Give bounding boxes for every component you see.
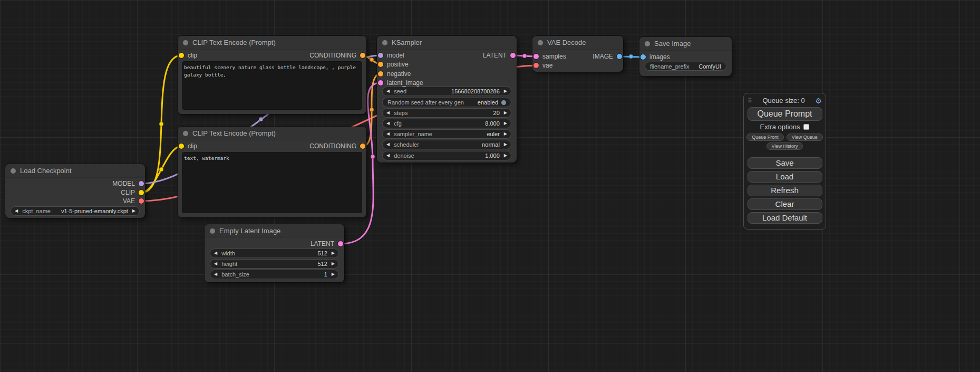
collapse-dot-icon[interactable] [210, 228, 215, 234]
conditioning-port-icon[interactable] [360, 144, 365, 149]
ckpt-name-widget[interactable]: ◀ ckpt_name v1-5-pruned-emaonly.ckpt ▶ [11, 206, 140, 216]
increment-icon[interactable]: ▶ [504, 111, 507, 115]
decrement-icon[interactable]: ◀ [214, 272, 217, 276]
increment-icon[interactable]: ▶ [504, 121, 507, 126]
output-conditioning[interactable]: CONDITIONING [309, 142, 365, 150]
node-graph-canvas[interactable]: Load Checkpoint MODEL CLIP VAE ◀ ckpt_na… [0, 0, 980, 372]
save-button[interactable]: Save [748, 157, 822, 169]
view-history-button[interactable]: View History [766, 142, 803, 150]
latent-port-icon[interactable] [510, 53, 516, 58]
output-clip[interactable]: CLIP [121, 188, 144, 197]
height-widget[interactable]: ◀ height 512 ▶ [210, 259, 339, 269]
node-title-bar[interactable]: Empty Latent Image [205, 224, 344, 238]
output-image[interactable]: IMAGE [593, 52, 622, 61]
increment-icon[interactable]: ▶ [504, 142, 507, 147]
decrement-icon[interactable]: ◀ [214, 262, 217, 266]
decrement-icon[interactable]: ◀ [386, 121, 390, 126]
node-title-bar[interactable]: Save Image [639, 37, 732, 51]
increment-icon[interactable]: ▶ [132, 209, 135, 213]
negative-prompt-input[interactable]: text, watermark [182, 152, 362, 213]
node-title-bar[interactable]: CLIP Text Encode (Prompt) [178, 127, 366, 140]
node-ksampler[interactable]: KSampler model positive negative latent_… [377, 36, 517, 163]
conditioning-port-icon[interactable] [378, 62, 383, 67]
decrement-icon[interactable]: ◀ [386, 142, 390, 147]
increment-icon[interactable]: ▶ [332, 251, 335, 255]
queue-front-button[interactable]: Queue Front [746, 133, 784, 141]
node-clip-text-encode-positive[interactable]: CLIP Text Encode (Prompt) clip CONDITION… [178, 36, 366, 114]
output-latent[interactable]: LATENT [483, 51, 516, 60]
refresh-button[interactable]: Refresh [748, 185, 822, 196]
node-title-bar[interactable]: Load Checkpoint [5, 164, 145, 178]
input-latent-image[interactable]: latent_image [378, 79, 423, 87]
input-positive[interactable]: positive [378, 60, 409, 69]
clip-port-icon[interactable] [179, 53, 184, 58]
node-title-bar[interactable]: KSampler [377, 36, 517, 50]
increment-icon[interactable]: ▶ [332, 262, 335, 266]
clip-port-icon[interactable] [179, 144, 184, 149]
load-default-button[interactable]: Load Default [748, 212, 822, 224]
node-empty-latent-image[interactable]: Empty Latent Image LATENT ◀ width 512 ▶ … [205, 224, 344, 282]
input-model[interactable]: model [378, 51, 404, 60]
latent-port-icon[interactable] [378, 80, 383, 85]
increment-icon[interactable]: ▶ [504, 89, 507, 93]
filename-prefix-widget[interactable]: filename_prefix ComfyUI [645, 62, 726, 71]
random-seed-widget[interactable]: Random seed after every gen enabled [382, 98, 511, 107]
vae-port-icon[interactable] [533, 63, 539, 68]
seed-widget[interactable]: ◀ seed 156680208700286 ▶ [382, 87, 511, 96]
settings-gear-icon[interactable]: ⚙ [815, 97, 822, 105]
model-port-icon[interactable] [378, 53, 383, 58]
queue-prompt-button[interactable]: Queue Prompt [748, 107, 822, 121]
conditioning-port-icon[interactable] [378, 71, 383, 77]
increment-icon[interactable]: ▶ [504, 154, 507, 158]
node-title-bar[interactable]: VAE Decode [532, 36, 623, 50]
scheduler-widget[interactable]: ◀ scheduler normal ▶ [382, 140, 511, 149]
decrement-icon[interactable]: ◀ [15, 209, 18, 213]
decrement-icon[interactable]: ◀ [386, 132, 390, 136]
collapse-dot-icon[interactable] [183, 40, 188, 45]
model-port-icon[interactable] [139, 181, 144, 186]
input-samples[interactable]: samples [533, 52, 566, 61]
drag-handle-icon[interactable]: ⠿ [748, 97, 752, 104]
collapse-dot-icon[interactable] [183, 131, 188, 136]
node-vae-decode[interactable]: VAE Decode samples vae IMAGE [532, 36, 623, 72]
output-latent[interactable]: LATENT [311, 240, 343, 248]
positive-prompt-input[interactable]: beautiful scenery nature glass bottle la… [182, 61, 362, 110]
input-clip[interactable]: clip [179, 142, 197, 150]
clear-button[interactable]: Clear [748, 198, 822, 210]
denoise-widget[interactable]: ◀ denoise 1.000 ▶ [382, 151, 511, 160]
vae-port-icon[interactable] [139, 198, 144, 204]
decrement-icon[interactable]: ◀ [386, 154, 390, 158]
randomize-toggle-icon[interactable] [501, 100, 506, 105]
collapse-dot-icon[interactable] [645, 41, 650, 46]
input-vae[interactable]: vae [533, 61, 552, 70]
image-port-icon[interactable] [641, 54, 646, 60]
output-vae[interactable]: VAE [123, 197, 144, 205]
latent-port-icon[interactable] [338, 241, 343, 246]
decrement-icon[interactable]: ◀ [386, 111, 390, 115]
node-save-image[interactable]: Save Image images filename_prefix ComfyU… [639, 37, 732, 76]
node-clip-text-encode-negative[interactable]: CLIP Text Encode (Prompt) clip CONDITION… [178, 127, 366, 217]
load-button[interactable]: Load [748, 171, 822, 183]
collapse-dot-icon[interactable] [538, 40, 543, 45]
input-images[interactable]: images [641, 53, 670, 61]
conditioning-port-icon[interactable] [360, 53, 365, 58]
decrement-icon[interactable]: ◀ [386, 89, 390, 93]
collapse-dot-icon[interactable] [382, 40, 387, 45]
collapse-dot-icon[interactable] [11, 168, 16, 174]
node-load-checkpoint[interactable]: Load Checkpoint MODEL CLIP VAE ◀ ckpt_na… [5, 164, 145, 218]
node-title-bar[interactable]: CLIP Text Encode (Prompt) [178, 36, 366, 50]
output-model[interactable]: MODEL [112, 179, 144, 188]
latent-port-icon[interactable] [533, 54, 539, 59]
sampler-name-widget[interactable]: ◀ sampler_name euler ▶ [382, 129, 511, 139]
view-queue-button[interactable]: View Queue [787, 133, 823, 141]
increment-icon[interactable]: ▶ [332, 272, 335, 276]
clip-port-icon[interactable] [139, 190, 144, 195]
width-widget[interactable]: ◀ width 512 ▶ [210, 249, 339, 258]
cfg-widget[interactable]: ◀ cfg 8.000 ▶ [382, 119, 511, 128]
image-port-icon[interactable] [617, 54, 622, 59]
decrement-icon[interactable]: ◀ [214, 251, 217, 255]
batch-size-widget[interactable]: ◀ batch_size 1 ▶ [210, 270, 339, 279]
output-conditioning[interactable]: CONDITIONING [309, 51, 365, 60]
extra-options-checkbox[interactable] [803, 124, 809, 130]
input-negative[interactable]: negative [378, 70, 411, 78]
